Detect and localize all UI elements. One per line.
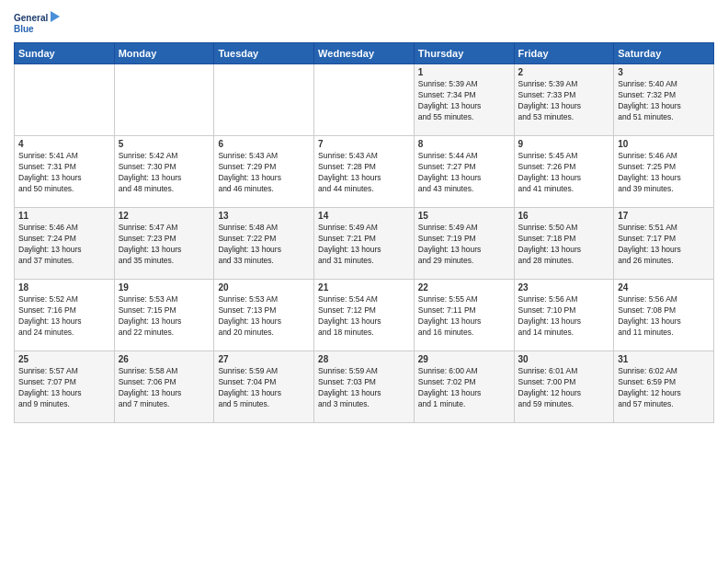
- cell-info: Sunrise: 5:42 AM Sunset: 7:30 PM Dayligh…: [119, 151, 210, 195]
- cell-info: Sunrise: 5:46 AM Sunset: 7:24 PM Dayligh…: [18, 223, 110, 267]
- calendar-cell: 1Sunrise: 5:39 AM Sunset: 7:34 PM Daylig…: [414, 64, 514, 136]
- calendar-cell: 18Sunrise: 5:52 AM Sunset: 7:16 PM Dayli…: [15, 280, 115, 351]
- header: General Blue: [14, 9, 714, 39]
- day-number: 22: [418, 282, 510, 293]
- day-header-wednesday: Wednesday: [314, 43, 415, 64]
- day-number: 12: [119, 211, 210, 221]
- calendar-cell: 19Sunrise: 5:53 AM Sunset: 7:15 PM Dayli…: [114, 280, 214, 351]
- cell-info: Sunrise: 5:43 AM Sunset: 7:28 PM Dayligh…: [318, 151, 410, 195]
- day-number: 18: [18, 282, 110, 293]
- calendar-cell: 12Sunrise: 5:47 AM Sunset: 7:23 PM Dayli…: [114, 208, 214, 280]
- calendar-cell: 26Sunrise: 5:58 AM Sunset: 7:06 PM Dayli…: [114, 351, 214, 423]
- day-number: 6: [218, 139, 310, 149]
- calendar-cell: 13Sunrise: 5:48 AM Sunset: 7:22 PM Dayli…: [214, 208, 314, 280]
- calendar-cell: 24Sunrise: 5:56 AM Sunset: 7:08 PM Dayli…: [614, 280, 714, 351]
- cell-info: Sunrise: 5:50 AM Sunset: 7:18 PM Dayligh…: [518, 223, 610, 267]
- day-number: 3: [618, 67, 710, 77]
- calendar-cell: 23Sunrise: 5:56 AM Sunset: 7:10 PM Dayli…: [514, 280, 614, 351]
- logo-svg: General Blue: [14, 9, 60, 39]
- cell-info: Sunrise: 5:53 AM Sunset: 7:15 PM Dayligh…: [119, 294, 210, 339]
- calendar-cell: 30Sunrise: 6:01 AM Sunset: 7:00 PM Dayli…: [514, 351, 614, 423]
- svg-marker-2: [51, 11, 60, 22]
- day-number: 24: [618, 282, 710, 293]
- calendar-cell: 15Sunrise: 5:49 AM Sunset: 7:19 PM Dayli…: [414, 208, 514, 280]
- day-number: 13: [218, 211, 310, 221]
- calendar-cell: [114, 64, 214, 136]
- calendar-cell: 5Sunrise: 5:42 AM Sunset: 7:30 PM Daylig…: [114, 136, 214, 208]
- day-number: 17: [618, 211, 710, 221]
- calendar-cell: 11Sunrise: 5:46 AM Sunset: 7:24 PM Dayli…: [15, 208, 115, 280]
- calendar-table: SundayMondayTuesdayWednesdayThursdayFrid…: [14, 42, 714, 423]
- day-number: 7: [318, 139, 410, 149]
- day-number: 9: [518, 139, 610, 149]
- cell-info: Sunrise: 5:52 AM Sunset: 7:16 PM Dayligh…: [18, 294, 110, 339]
- cell-info: Sunrise: 5:51 AM Sunset: 7:17 PM Dayligh…: [618, 223, 710, 267]
- day-number: 11: [18, 211, 110, 221]
- cell-info: Sunrise: 5:48 AM Sunset: 7:22 PM Dayligh…: [218, 223, 310, 267]
- calendar-cell: 21Sunrise: 5:54 AM Sunset: 7:12 PM Dayli…: [314, 280, 415, 351]
- calendar-cell: 16Sunrise: 5:50 AM Sunset: 7:18 PM Dayli…: [514, 208, 614, 280]
- week-row-5: 25Sunrise: 5:57 AM Sunset: 7:07 PM Dayli…: [15, 351, 714, 423]
- cell-info: Sunrise: 5:43 AM Sunset: 7:29 PM Dayligh…: [218, 151, 310, 195]
- day-number: 28: [318, 354, 410, 364]
- cell-info: Sunrise: 6:02 AM Sunset: 6:59 PM Dayligh…: [618, 366, 710, 410]
- day-number: 2: [518, 67, 610, 77]
- cell-info: Sunrise: 5:39 AM Sunset: 7:34 PM Dayligh…: [418, 79, 510, 123]
- day-number: 15: [418, 211, 510, 221]
- day-number: 16: [518, 211, 610, 221]
- cell-info: Sunrise: 5:53 AM Sunset: 7:13 PM Dayligh…: [218, 294, 310, 339]
- day-number: 31: [618, 354, 710, 364]
- day-header-friday: Friday: [514, 43, 614, 64]
- calendar-cell: 29Sunrise: 6:00 AM Sunset: 7:02 PM Dayli…: [414, 351, 514, 423]
- day-number: 10: [618, 139, 710, 149]
- cell-info: Sunrise: 5:47 AM Sunset: 7:23 PM Dayligh…: [119, 223, 210, 267]
- day-number: 14: [318, 211, 410, 221]
- cell-info: Sunrise: 5:57 AM Sunset: 7:07 PM Dayligh…: [18, 366, 110, 410]
- cell-info: Sunrise: 5:54 AM Sunset: 7:12 PM Dayligh…: [318, 294, 410, 339]
- svg-text:General: General: [14, 13, 48, 23]
- day-number: 8: [418, 139, 510, 149]
- cell-info: Sunrise: 5:45 AM Sunset: 7:26 PM Dayligh…: [518, 151, 610, 195]
- calendar-cell: 7Sunrise: 5:43 AM Sunset: 7:28 PM Daylig…: [314, 136, 415, 208]
- calendar-cell: 31Sunrise: 6:02 AM Sunset: 6:59 PM Dayli…: [614, 351, 714, 423]
- cell-info: Sunrise: 5:44 AM Sunset: 7:27 PM Dayligh…: [418, 151, 510, 195]
- calendar-cell: 2Sunrise: 5:39 AM Sunset: 7:33 PM Daylig…: [514, 64, 614, 136]
- cell-info: Sunrise: 5:40 AM Sunset: 7:32 PM Dayligh…: [618, 79, 710, 123]
- day-number: 25: [18, 354, 110, 364]
- week-row-3: 11Sunrise: 5:46 AM Sunset: 7:24 PM Dayli…: [15, 208, 714, 280]
- calendar-cell: 22Sunrise: 5:55 AM Sunset: 7:11 PM Dayli…: [414, 280, 514, 351]
- calendar-cell: 14Sunrise: 5:49 AM Sunset: 7:21 PM Dayli…: [314, 208, 415, 280]
- day-header-thursday: Thursday: [414, 43, 514, 64]
- calendar-cell: 27Sunrise: 5:59 AM Sunset: 7:04 PM Dayli…: [214, 351, 314, 423]
- logo: General Blue: [14, 9, 60, 39]
- day-number: 4: [18, 139, 110, 149]
- day-header-monday: Monday: [114, 43, 214, 64]
- svg-text:Blue: Blue: [14, 24, 34, 34]
- day-number: 5: [119, 139, 210, 149]
- cell-info: Sunrise: 5:58 AM Sunset: 7:06 PM Dayligh…: [119, 366, 210, 410]
- calendar-cell: 10Sunrise: 5:46 AM Sunset: 7:25 PM Dayli…: [614, 136, 714, 208]
- cell-info: Sunrise: 5:59 AM Sunset: 7:03 PM Dayligh…: [318, 366, 410, 410]
- day-number: 27: [218, 354, 310, 364]
- day-header-tuesday: Tuesday: [214, 43, 314, 64]
- day-number: 26: [119, 354, 210, 364]
- calendar-cell: 6Sunrise: 5:43 AM Sunset: 7:29 PM Daylig…: [214, 136, 314, 208]
- calendar-cell: [214, 64, 314, 136]
- cell-info: Sunrise: 5:49 AM Sunset: 7:19 PM Dayligh…: [418, 223, 510, 267]
- week-row-2: 4Sunrise: 5:41 AM Sunset: 7:31 PM Daylig…: [15, 136, 714, 208]
- day-header-saturday: Saturday: [614, 43, 714, 64]
- day-number: 20: [218, 282, 310, 293]
- cell-info: Sunrise: 5:49 AM Sunset: 7:21 PM Dayligh…: [318, 223, 410, 267]
- calendar-cell: 17Sunrise: 5:51 AM Sunset: 7:17 PM Dayli…: [614, 208, 714, 280]
- calendar-cell: 4Sunrise: 5:41 AM Sunset: 7:31 PM Daylig…: [15, 136, 115, 208]
- day-number: 1: [418, 67, 510, 77]
- calendar-cell: 20Sunrise: 5:53 AM Sunset: 7:13 PM Dayli…: [214, 280, 314, 351]
- day-number: 30: [518, 354, 610, 364]
- week-row-4: 18Sunrise: 5:52 AM Sunset: 7:16 PM Dayli…: [15, 280, 714, 351]
- calendar-cell: 28Sunrise: 5:59 AM Sunset: 7:03 PM Dayli…: [314, 351, 415, 423]
- calendar-container: General Blue SundayMondayTuesdayWednesda…: [0, 0, 728, 428]
- day-number: 21: [318, 282, 410, 293]
- cell-info: Sunrise: 6:01 AM Sunset: 7:00 PM Dayligh…: [518, 366, 610, 410]
- day-number: 29: [418, 354, 510, 364]
- cell-info: Sunrise: 5:46 AM Sunset: 7:25 PM Dayligh…: [618, 151, 710, 195]
